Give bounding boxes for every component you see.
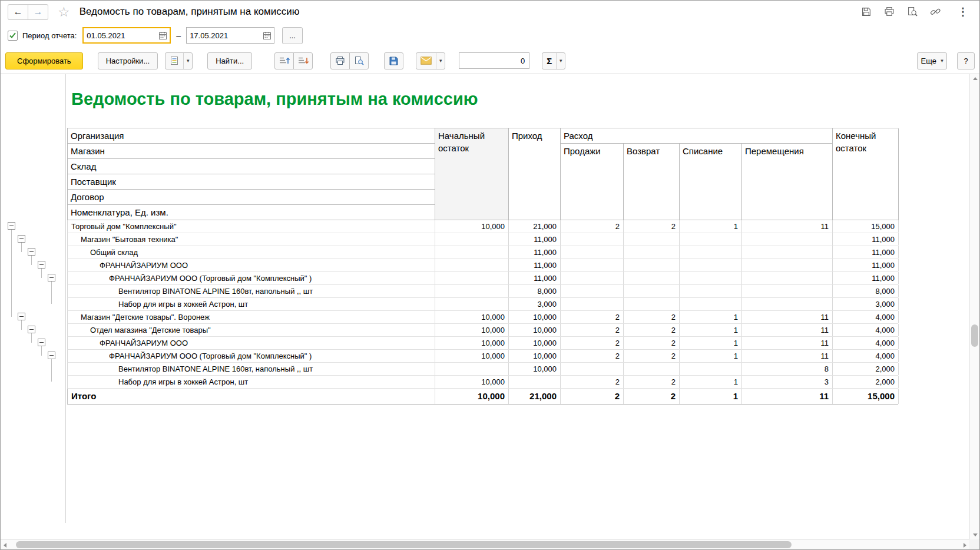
group-collapse-button[interactable] xyxy=(38,339,45,346)
calendar-icon[interactable] xyxy=(260,28,274,43)
scroll-right-arrow[interactable] xyxy=(964,543,966,548)
total-transfers[interactable]: 11 xyxy=(742,389,833,404)
print-button[interactable] xyxy=(330,52,350,69)
row-label[interactable]: Отдел магазина "Детские товары" xyxy=(68,324,435,336)
save-icon[interactable] xyxy=(860,6,872,18)
cell-transfers[interactable] xyxy=(742,298,833,310)
save-result-button[interactable] xyxy=(384,52,403,69)
cell-income[interactable]: 10,000 xyxy=(509,311,561,323)
row-label[interactable]: Магазин "Бытовая техника" xyxy=(68,233,435,246)
cell-initial-balance[interactable]: 10,000 xyxy=(435,350,509,362)
scroll-up-arrow[interactable] xyxy=(973,77,978,80)
header-contract[interactable]: Договор xyxy=(68,190,435,205)
print-preview-icon[interactable] xyxy=(906,6,918,18)
cell-initial-balance[interactable] xyxy=(435,233,509,246)
horizontal-scrollbar[interactable] xyxy=(1,539,969,549)
cell-writeoff[interactable] xyxy=(680,363,742,375)
cell-return[interactable] xyxy=(624,298,680,310)
header-organization[interactable]: Организация xyxy=(68,128,435,144)
row-label[interactable]: ФРАНЧАЙЗАРИУМ ООО (Торговый дом "Комплек… xyxy=(68,350,435,362)
cell-writeoff[interactable]: 1 xyxy=(680,337,742,349)
cell-final-balance[interactable]: 11,000 xyxy=(833,272,899,284)
cell-transfers[interactable]: 3 xyxy=(742,376,833,388)
header-supplier[interactable]: Поставщик xyxy=(68,174,435,190)
help-button[interactable]: ? xyxy=(957,52,975,69)
group-collapse-button[interactable] xyxy=(8,222,15,230)
more-actions-button[interactable]: Еще ▾ xyxy=(917,52,947,69)
header-transfers[interactable]: Перемещения xyxy=(742,144,833,220)
period-checkbox[interactable] xyxy=(8,31,18,41)
row-label[interactable]: Общий склад xyxy=(68,246,435,259)
cell-final-balance[interactable]: 8,000 xyxy=(833,285,899,297)
cell-initial-balance[interactable] xyxy=(435,246,509,259)
header-sales[interactable]: Продажи xyxy=(561,144,624,220)
cell-sales[interactable] xyxy=(561,233,624,246)
cell-initial-balance[interactable] xyxy=(435,285,509,297)
cell-initial-balance[interactable] xyxy=(435,298,509,310)
cell-transfers[interactable]: 11 xyxy=(742,324,833,336)
date-to-input[interactable] xyxy=(187,31,260,40)
row-label[interactable]: Магазин "Детские товары". Воронеж xyxy=(68,311,435,323)
cell-income[interactable]: 3,000 xyxy=(509,298,561,310)
vertical-scrollbar[interactable] xyxy=(969,74,979,539)
cell-sales[interactable] xyxy=(561,259,624,271)
total-sales[interactable]: 2 xyxy=(561,389,624,404)
settings-button[interactable]: Настройки... xyxy=(98,52,158,69)
cell-return[interactable]: 2 xyxy=(624,337,680,349)
cell-income[interactable]: 11,000 xyxy=(509,233,561,246)
cell-income[interactable]: 10,000 xyxy=(509,350,561,362)
cell-writeoff[interactable] xyxy=(680,246,742,259)
header-nomenclature[interactable]: Номенклатура, Ед. изм. xyxy=(68,205,435,220)
cell-transfers[interactable] xyxy=(742,272,833,284)
report-variants-button[interactable]: ▾ xyxy=(165,52,193,69)
cell-return[interactable] xyxy=(624,285,680,297)
cell-writeoff[interactable] xyxy=(680,272,742,284)
group-collapse-button[interactable] xyxy=(28,326,35,333)
group-collapse-button[interactable] xyxy=(18,313,25,320)
cell-return[interactable]: 2 xyxy=(624,311,680,323)
cell-initial-balance[interactable]: 10,000 xyxy=(435,220,509,233)
total-writeoff[interactable]: 1 xyxy=(680,389,742,404)
cell-writeoff[interactable] xyxy=(680,259,742,271)
cell-writeoff[interactable]: 1 xyxy=(680,350,742,362)
back-button[interactable]: ← xyxy=(8,4,28,20)
cell-writeoff[interactable] xyxy=(680,285,742,297)
cell-transfers[interactable] xyxy=(742,259,833,271)
cell-return[interactable]: 2 xyxy=(624,376,680,388)
header-initial-balance[interactable]: Начальный остаток xyxy=(435,128,509,220)
header-expense[interactable]: Расход xyxy=(561,128,833,144)
date-from-input[interactable] xyxy=(84,31,155,40)
row-label[interactable]: ФРАНЧАЙЗАРИУМ ООО (Торговый дом "Комплек… xyxy=(68,272,435,284)
total-return[interactable]: 2 xyxy=(624,389,680,404)
cell-writeoff[interactable]: 1 xyxy=(680,220,742,233)
cell-income[interactable]: 11,000 xyxy=(509,246,561,259)
group-collapse-button[interactable] xyxy=(28,248,35,256)
scroll-left-arrow[interactable] xyxy=(4,543,6,548)
cell-final-balance[interactable]: 15,000 xyxy=(833,220,899,233)
total-label[interactable]: Итого xyxy=(68,389,435,404)
collapse-groups-button[interactable] xyxy=(274,52,294,69)
header-writeoff[interactable]: Списание xyxy=(680,144,742,220)
cell-final-balance[interactable]: 11,000 xyxy=(833,246,899,259)
cell-return[interactable]: 2 xyxy=(624,220,680,233)
cell-income[interactable]: 10,000 xyxy=(509,363,561,375)
cell-sales[interactable] xyxy=(561,363,624,375)
cell-sales[interactable] xyxy=(561,285,624,297)
calendar-icon[interactable] xyxy=(155,28,170,42)
header-income[interactable]: Приход xyxy=(509,128,561,220)
generate-button[interactable]: Сформировать xyxy=(5,52,83,69)
cell-transfers[interactable] xyxy=(742,233,833,246)
cell-writeoff[interactable]: 1 xyxy=(680,311,742,323)
preview-button[interactable] xyxy=(349,52,369,69)
cell-sales[interactable]: 2 xyxy=(561,311,624,323)
group-collapse-button[interactable] xyxy=(48,274,55,281)
cell-sales[interactable]: 2 xyxy=(561,350,624,362)
cell-sales[interactable]: 2 xyxy=(561,337,624,349)
cell-return[interactable] xyxy=(624,233,680,246)
cell-final-balance[interactable]: 2,000 xyxy=(833,363,899,375)
cell-transfers[interactable]: 11 xyxy=(742,220,833,233)
cell-final-balance[interactable]: 2,000 xyxy=(833,376,899,388)
header-final-balance[interactable]: Конечный остаток xyxy=(833,128,899,220)
row-label[interactable]: Набор для игры в хоккей Астрон, шт xyxy=(68,376,435,388)
cell-return[interactable] xyxy=(624,246,680,259)
